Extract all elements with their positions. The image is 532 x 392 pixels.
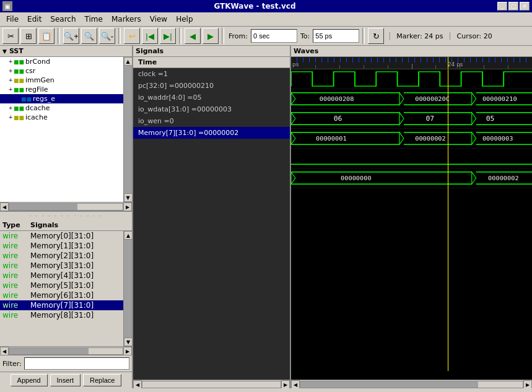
signals-list-item[interactable]: wireMemory[2][31:0] [0,251,123,261]
menu-file[interactable]: File [2,14,22,25]
menu-view[interactable]: View [146,14,171,25]
prev-button[interactable]: ◀ [185,28,201,44]
sig-hscroll-left[interactable]: ◀ [0,347,9,355]
minimize-button[interactable]: _ [497,2,507,11]
close-button[interactable]: ✕ [520,2,530,11]
filter-input[interactable] [24,357,129,370]
from-label: From: [229,32,248,40]
cut-button[interactable]: ✂ [2,28,19,44]
clock-wave-svg [291,69,532,89]
signal-name-row[interactable]: Memory[7][31:0] =00000002 [133,127,290,139]
waves-canvas[interactable]: ps 24 ps [291,57,532,380]
sst-hscroll-right[interactable]: ▶ [123,203,132,211]
sst-tree[interactable]: +■■brCond+■■csr+■■immGen+■■regFile■■regs… [0,57,123,202]
svg-text:000000208: 000000208 [320,96,354,102]
to-input[interactable] [313,29,359,43]
from-input[interactable] [251,29,297,43]
signals-panel-scrollbar[interactable]: ◀ ▶ [133,380,290,388]
signals-list-item[interactable]: wireMemory[1][31:0] [0,241,123,251]
signals-list-item[interactable]: wireMemory[7][31:0] [0,300,123,310]
append-button[interactable]: Append [11,374,48,386]
sst-hscroll-left[interactable]: ◀ [0,203,9,211]
waves-header: Waves [291,46,532,57]
signals-list-item[interactable]: wireMemory[3][31:0] [0,261,123,271]
signals-list-item[interactable]: wireMemory[8][31:0] [0,310,123,320]
signal-name-row[interactable]: io_wen =0 [133,115,290,127]
waves-scroll-right[interactable]: ▶ [523,380,532,388]
replace-button[interactable]: Replace [83,374,121,386]
svg-marker-26 [472,133,476,144]
waves-scrollbar-h[interactable]: ◀ ▶ [291,380,532,388]
menu-markers[interactable]: Markers [108,14,145,25]
signals-scrollbar-v[interactable]: ▲ ▼ [123,231,132,346]
sst-tree-item[interactable]: +■■csr [0,66,123,76]
waves-panel: Waves ps 24 ps [291,46,532,388]
sst-scrollbar-v[interactable]: ▲ ▼ [123,57,132,202]
toolbar-sep5 [362,28,365,44]
signals-name-col-header: Signals [30,221,129,229]
maximize-button[interactable]: □ [508,2,518,11]
sst-tree-item[interactable]: +■■brCond [0,57,123,66]
zoom-out-button[interactable]: 🔍- [99,28,115,44]
signals-scroll-down[interactable]: ▼ [124,338,132,346]
signals-list[interactable]: wireMemory[0][31:0]wireMemory[1][31:0]wi… [0,231,123,346]
svg-text:000000210: 000000210 [482,96,517,102]
signals-list-container: wireMemory[0][31:0]wireMemory[1][31:0]wi… [0,231,132,346]
begin-button[interactable]: |◀ [142,28,158,44]
sst-tree-item[interactable]: +■■regFile [0,85,123,94]
sst-scroll-thumb [124,66,132,193]
signal-name-row[interactable]: io_waddr[4:0] =05 [133,92,290,103]
sst-scroll-down[interactable]: ▼ [124,193,133,202]
to-label: To: [300,32,310,40]
menu-edit[interactable]: Edit [24,14,45,25]
svg-marker-37 [291,172,295,184]
menu-time[interactable]: Time [81,14,107,25]
sst-tree-item[interactable]: ■■regs_e [0,94,123,103]
signal-name-row[interactable]: io_wdata[31:0] =00000003 [133,103,290,115]
svg-text:06: 06 [334,115,342,122]
signals-list-item[interactable]: wireMemory[5][31:0] [0,281,123,290]
copy-button[interactable]: ⊞ [20,28,37,44]
signals-scroll-thumb [124,240,132,338]
end-button[interactable]: ▶| [160,28,176,44]
toolbar-sep1 [58,28,60,44]
memory7-wave-svg: 00000000 00000002 [291,168,532,188]
svg-text:05: 05 [486,115,495,122]
sst-tree-item[interactable]: +■■icache [0,113,123,122]
main-content: ▼ SST +■■brCond+■■csr+■■immGen+■■regFile… [0,46,532,388]
sst-scrollbar-h[interactable]: ◀ ▶ [0,202,132,211]
toolbar: ✂ ⊞ 📋 🔍+ 🔍 🔍- ↩ |◀ ▶| ◀ ▶ From: To: ↻ | … [0,27,532,46]
sst-scroll-up[interactable]: ▲ [124,57,133,66]
signal-name-row[interactable]: pc[32:0] =000000210 [133,80,290,92]
menu-search[interactable]: Search [46,14,79,25]
insert-button[interactable]: Insert [50,374,81,386]
zoom-in-button[interactable]: 🔍+ [63,28,79,44]
sp-scroll-left[interactable]: ◀ [133,380,142,388]
menu-help[interactable]: Help [172,14,196,25]
signals-scroll-up[interactable]: ▲ [124,231,132,240]
svg-text:07: 07 [425,115,434,122]
sst-tree-item[interactable]: +■■dcache [0,103,123,113]
left-panel: ▼ SST +■■brCond+■■csr+■■immGen+■■regFile… [0,46,133,388]
signals-list-header: Type Signals [0,220,132,231]
paste-button[interactable]: 📋 [38,28,55,44]
next-button[interactable]: ▶ [203,28,219,44]
sp-scroll-right[interactable]: ▶ [281,380,290,388]
undo-button[interactable]: ↩ [124,28,140,44]
filter-label: Filter: [2,360,22,368]
signal-name-row[interactable]: clock =1 [133,68,290,80]
marker-line [448,69,448,371]
signals-list-item[interactable]: wireMemory[4][31:0] [0,271,123,281]
signals-list-item[interactable]: wireMemory[6][31:0] [0,290,123,300]
signals-hscrollbar[interactable]: ◀ ▶ [0,346,132,355]
zoom-fit-button[interactable]: 🔍 [81,28,97,44]
sst-header: ▼ SST [0,46,132,57]
wave-row-wen [291,149,532,168]
sst-tree-item[interactable]: +■■immGen [0,76,123,85]
signals-list-item[interactable]: wireMemory[0][31:0] [0,231,123,241]
refresh-button[interactable]: ↻ [368,28,384,44]
waves-scroll-left[interactable]: ◀ [291,380,300,388]
sig-hscroll-right[interactable]: ▶ [123,347,132,355]
app-icon: ▣ [2,1,12,11]
window-title: GTKWave - test.vcd [12,2,497,11]
